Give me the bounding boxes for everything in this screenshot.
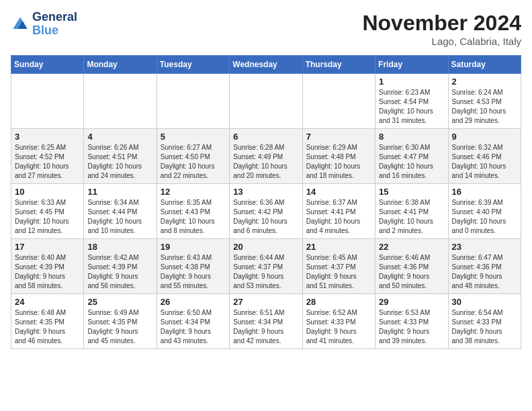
calendar-cell: 24Sunrise: 6:48 AM Sunset: 4:35 PM Dayli… (11, 294, 84, 349)
calendar-cell: 6Sunrise: 6:28 AM Sunset: 4:49 PM Daylig… (230, 129, 302, 184)
day-number: 7 (306, 132, 371, 142)
day-info: Sunrise: 6:48 AM Sunset: 4:35 PM Dayligh… (15, 308, 80, 346)
day-number: 27 (233, 297, 298, 307)
calendar-cell: 26Sunrise: 6:50 AM Sunset: 4:34 PM Dayli… (157, 294, 229, 349)
day-info: Sunrise: 6:28 AM Sunset: 4:49 PM Dayligh… (233, 143, 298, 181)
calendar-cell: 29Sunrise: 6:53 AM Sunset: 4:33 PM Dayli… (375, 294, 448, 349)
col-saturday: Saturday (448, 56, 521, 74)
day-info: Sunrise: 6:40 AM Sunset: 4:39 PM Dayligh… (15, 253, 80, 291)
day-number: 9 (452, 132, 517, 142)
day-info: Sunrise: 6:38 AM Sunset: 4:41 PM Dayligh… (379, 198, 444, 236)
calendar-cell: 4Sunrise: 6:26 AM Sunset: 4:51 PM Daylig… (84, 129, 157, 184)
day-info: Sunrise: 6:50 AM Sunset: 4:34 PM Dayligh… (161, 308, 226, 346)
calendar-cell: 2Sunrise: 6:24 AM Sunset: 4:53 PM Daylig… (448, 74, 521, 129)
calendar-week-1: 1Sunrise: 6:23 AM Sunset: 4:54 PM Daylig… (11, 74, 521, 129)
calendar-cell (230, 74, 302, 129)
calendar-cell: 11Sunrise: 6:34 AM Sunset: 4:44 PM Dayli… (84, 184, 157, 239)
calendar-cell: 27Sunrise: 6:51 AM Sunset: 4:34 PM Dayli… (230, 294, 302, 349)
day-info: Sunrise: 6:29 AM Sunset: 4:48 PM Dayligh… (306, 143, 371, 181)
day-info: Sunrise: 6:44 AM Sunset: 4:37 PM Dayligh… (233, 253, 298, 291)
page-header: General Blue November 2024 Lago, Calabri… (11, 11, 521, 47)
calendar-cell: 16Sunrise: 6:39 AM Sunset: 4:40 PM Dayli… (448, 184, 521, 239)
day-info: Sunrise: 6:25 AM Sunset: 4:52 PM Dayligh… (15, 143, 80, 181)
day-number: 24 (15, 297, 80, 307)
day-info: Sunrise: 6:35 AM Sunset: 4:43 PM Dayligh… (161, 198, 226, 236)
day-number: 17 (15, 242, 80, 252)
day-number: 20 (233, 242, 298, 252)
day-info: Sunrise: 6:39 AM Sunset: 4:40 PM Dayligh… (452, 198, 517, 236)
day-info: Sunrise: 6:52 AM Sunset: 4:33 PM Dayligh… (306, 308, 371, 346)
calendar-cell: 15Sunrise: 6:38 AM Sunset: 4:41 PM Dayli… (375, 184, 448, 239)
day-number: 26 (161, 297, 226, 307)
calendar-table: Sunday Monday Tuesday Wednesday Thursday… (11, 55, 521, 349)
day-number: 22 (379, 242, 444, 252)
calendar-cell: 28Sunrise: 6:52 AM Sunset: 4:33 PM Dayli… (302, 294, 375, 349)
day-number: 16 (452, 187, 517, 197)
day-info: Sunrise: 6:43 AM Sunset: 4:38 PM Dayligh… (161, 253, 226, 291)
calendar-cell: 5Sunrise: 6:27 AM Sunset: 4:50 PM Daylig… (157, 129, 229, 184)
calendar-cell: 25Sunrise: 6:49 AM Sunset: 4:35 PM Dayli… (84, 294, 157, 349)
calendar-cell: 13Sunrise: 6:36 AM Sunset: 4:42 PM Dayli… (230, 184, 302, 239)
calendar-cell: 14Sunrise: 6:37 AM Sunset: 4:41 PM Dayli… (302, 184, 375, 239)
day-info: Sunrise: 6:51 AM Sunset: 4:34 PM Dayligh… (233, 308, 298, 346)
day-number: 15 (379, 187, 444, 197)
calendar-cell: 22Sunrise: 6:46 AM Sunset: 4:36 PM Dayli… (375, 239, 448, 294)
day-number: 23 (452, 242, 517, 252)
calendar-cell: 3Sunrise: 6:25 AM Sunset: 4:52 PM Daylig… (11, 129, 84, 184)
calendar-cell: 10Sunrise: 6:33 AM Sunset: 4:45 PM Dayli… (11, 184, 84, 239)
col-wednesday: Wednesday (230, 56, 302, 74)
calendar-week-2: 3Sunrise: 6:25 AM Sunset: 4:52 PM Daylig… (11, 129, 521, 184)
col-monday: Monday (84, 56, 157, 74)
day-info: Sunrise: 6:30 AM Sunset: 4:47 PM Dayligh… (379, 143, 444, 181)
calendar-cell (157, 74, 229, 129)
day-number: 2 (452, 77, 517, 87)
calendar-cell (11, 74, 84, 129)
calendar-cell: 18Sunrise: 6:42 AM Sunset: 4:39 PM Dayli… (84, 239, 157, 294)
logo: General Blue (11, 11, 77, 38)
day-number: 25 (87, 297, 152, 307)
day-info: Sunrise: 6:47 AM Sunset: 4:36 PM Dayligh… (452, 253, 517, 291)
day-info: Sunrise: 6:23 AM Sunset: 4:54 PM Dayligh… (379, 88, 444, 126)
day-number: 21 (306, 242, 371, 252)
calendar-cell: 21Sunrise: 6:45 AM Sunset: 4:37 PM Dayli… (302, 239, 375, 294)
day-number: 5 (161, 132, 226, 142)
calendar-cell: 9Sunrise: 6:32 AM Sunset: 4:46 PM Daylig… (448, 129, 521, 184)
day-number: 28 (306, 297, 371, 307)
day-info: Sunrise: 6:34 AM Sunset: 4:44 PM Dayligh… (87, 198, 152, 236)
day-number: 18 (87, 242, 152, 252)
calendar-cell: 8Sunrise: 6:30 AM Sunset: 4:47 PM Daylig… (375, 129, 448, 184)
day-info: Sunrise: 6:53 AM Sunset: 4:33 PM Dayligh… (379, 308, 444, 346)
calendar-cell: 7Sunrise: 6:29 AM Sunset: 4:48 PM Daylig… (302, 129, 375, 184)
col-thursday: Thursday (302, 56, 375, 74)
day-number: 13 (233, 187, 298, 197)
day-number: 10 (15, 187, 80, 197)
day-info: Sunrise: 6:49 AM Sunset: 4:35 PM Dayligh… (87, 308, 152, 346)
calendar-cell (84, 74, 157, 129)
header-row: Sunday Monday Tuesday Wednesday Thursday… (11, 56, 521, 74)
day-number: 8 (379, 132, 444, 142)
title-block: November 2024 Lago, Calabria, Italy (362, 11, 521, 47)
calendar-cell: 20Sunrise: 6:44 AM Sunset: 4:37 PM Dayli… (230, 239, 302, 294)
day-info: Sunrise: 6:33 AM Sunset: 4:45 PM Dayligh… (15, 198, 80, 236)
day-number: 30 (452, 297, 517, 307)
calendar-cell: 23Sunrise: 6:47 AM Sunset: 4:36 PM Dayli… (448, 239, 521, 294)
day-number: 12 (161, 187, 226, 197)
day-info: Sunrise: 6:37 AM Sunset: 4:41 PM Dayligh… (306, 198, 371, 236)
calendar-week-4: 17Sunrise: 6:40 AM Sunset: 4:39 PM Dayli… (11, 239, 521, 294)
day-number: 1 (379, 77, 444, 87)
calendar-week-3: 10Sunrise: 6:33 AM Sunset: 4:45 PM Dayli… (11, 184, 521, 239)
day-info: Sunrise: 6:54 AM Sunset: 4:33 PM Dayligh… (452, 308, 517, 346)
calendar-cell: 30Sunrise: 6:54 AM Sunset: 4:33 PM Dayli… (448, 294, 521, 349)
month-title: November 2024 (362, 11, 521, 36)
day-info: Sunrise: 6:36 AM Sunset: 4:42 PM Dayligh… (233, 198, 298, 236)
location-subtitle: Lago, Calabria, Italy (362, 36, 521, 47)
day-number: 29 (379, 297, 444, 307)
day-info: Sunrise: 6:42 AM Sunset: 4:39 PM Dayligh… (87, 253, 152, 291)
day-number: 19 (161, 242, 226, 252)
day-number: 11 (87, 187, 152, 197)
calendar-cell: 17Sunrise: 6:40 AM Sunset: 4:39 PM Dayli… (11, 239, 84, 294)
day-number: 6 (233, 132, 298, 142)
calendar-cell (302, 74, 375, 129)
day-number: 3 (15, 132, 80, 142)
col-friday: Friday (375, 56, 448, 74)
